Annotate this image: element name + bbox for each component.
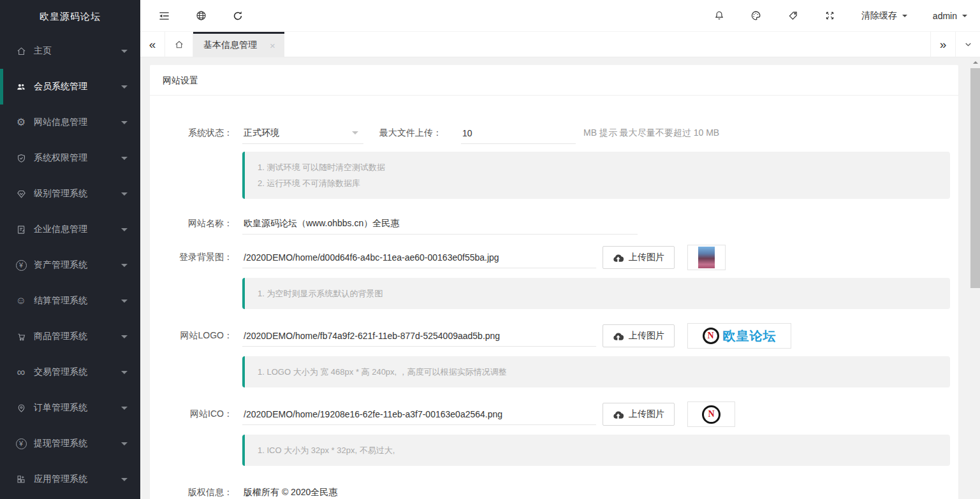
site-logo-label: 网站LOGO： [150,330,233,342]
login-bg-input[interactable] [242,247,596,268]
fullscreen-button[interactable] [812,0,849,32]
vertical-scrollbar[interactable] [970,57,980,499]
content-area: 网站设置 系统状态： 正式环境 最大文件上传： MB 提示 最大尽量不要超过 1… [140,57,980,499]
chevron-down-icon [121,335,128,342]
collapse-sidebar-button[interactable] [145,0,182,32]
chevron-down-icon [352,131,358,138]
sidebar-item-label: 结算管理系统 [34,295,87,307]
site-ico-note: 1. ICO 大小为 32px * 32px, 不易过大, [242,435,950,466]
sidebar-item-withdraw[interactable]: ¥ 提现管理系统 [0,426,140,461]
goods-icon [14,330,28,343]
users-icon [14,80,28,93]
report-icon [14,223,28,236]
topbar: 清除缓存 admin [140,0,980,32]
max-upload-hint: MB 提示 最大尽量不要超过 10 MB [583,127,719,139]
sidebar-item-label: 系统权限管理 [34,152,87,164]
chevron-down-icon [963,40,973,49]
location-icon [14,401,28,414]
close-icon[interactable]: × [270,40,275,51]
infinity-icon: ∞ [14,366,28,379]
scrollbar-thumb[interactable] [970,68,980,288]
double-chevron-right-icon: » [940,38,947,52]
site-name-input[interactable] [242,213,638,235]
app-logo-title: 欧皇源码论坛 [0,0,140,33]
site-logo-upload-button[interactable]: 上传图片 [603,324,675,347]
tab-basic-info[interactable]: 基本信息管理 × [193,32,284,57]
tabs-scroll-right-button[interactable]: » [930,32,955,57]
tag-button[interactable] [775,0,812,32]
refresh-button[interactable] [219,0,256,32]
chevron-down-icon [121,50,128,56]
diamond-icon [14,187,28,200]
tabs-scroll-left-button[interactable]: « [140,32,165,57]
env-note-line1: 1. 测试环境 可以随时清空测试数据 [258,159,937,175]
topbar-right: 清除缓存 admin [701,0,980,32]
sidebar-item-members[interactable]: 会员系统管理 [0,69,140,105]
copyright-input[interactable] [242,482,638,499]
chevron-down-icon [121,192,128,199]
site-settings-card: 网站设置 系统状态： 正式环境 最大文件上传： MB 提示 最大尽量不要超过 1… [150,65,958,499]
row-login-bg: 登录背景图： 上传图片 [150,245,958,270]
tabs-menu-button[interactable] [955,32,980,57]
max-upload-input[interactable] [461,122,576,144]
logo-preview-text: 欧皇论坛 [723,328,777,345]
main-column: 清除缓存 admin « 基本信息管理 × » [140,0,980,499]
login-bg-label: 登录背景图： [150,252,233,263]
tag-icon [787,10,799,22]
sidebar-item-orders[interactable]: 订单管理系统 [0,390,140,426]
language-button[interactable] [182,0,219,32]
sidebar-nav: 主页 会员系统管理 ⚙ 网站信息管理 系统权限管理 级别管 [0,33,140,497]
chevron-down-icon [121,300,128,306]
sidebar-item-goods[interactable]: 商品管理系统 [0,319,140,354]
system-status-label: 系统状态： [150,127,233,139]
bell-icon [713,10,725,22]
sidebar-item-levels[interactable]: 级别管理系统 [0,176,140,212]
home-icon [174,40,184,50]
sidebar: 欧皇源码论坛 主页 会员系统管理 ⚙ 网站信息管理 系统权限管理 [0,0,140,499]
sidebar-item-enterprise[interactable]: 企业信息管理 [0,212,140,247]
site-logo-preview[interactable]: N 欧皇论坛 [687,323,791,349]
chevron-down-icon [121,228,128,235]
sidebar-item-assets[interactable]: ¥ 资产管理系统 [0,247,140,283]
system-status-value: 正式环境 [244,127,279,139]
sidebar-item-permissions[interactable]: 系统权限管理 [0,140,140,176]
ico-mark-icon: N [702,405,720,424]
clear-cache-dropdown[interactable]: 清除缓存 [849,0,920,32]
site-ico-label: 网站ICO： [150,409,233,420]
site-ico-upload-button[interactable]: 上传图片 [603,403,675,426]
site-logo-input[interactable] [242,325,596,347]
notifications-button[interactable] [701,0,738,32]
card-title: 网站设置 [150,65,958,96]
scrollbar-up-arrow[interactable] [970,57,980,68]
theme-button[interactable] [738,0,775,32]
chevron-down-icon [962,15,967,20]
sidebar-item-label: 网站信息管理 [34,117,87,128]
max-upload-label: 最大文件上传： [379,127,442,139]
sidebar-item-site-info[interactable]: ⚙ 网站信息管理 [0,105,140,140]
sidebar-item-settlement[interactable]: ☺ 结算管理系统 [0,283,140,319]
sidebar-item-label: 主页 [34,45,52,57]
login-bg-preview[interactable] [687,245,726,270]
login-bg-thumbnail [698,247,715,268]
chevron-down-icon [121,157,128,163]
tab-home[interactable] [165,32,193,57]
chevron-down-icon [121,264,128,270]
site-ico-preview[interactable]: N [687,401,735,427]
sidebar-item-label: 资产管理系统 [34,259,87,271]
login-bg-upload-button[interactable]: 上传图片 [603,246,675,269]
sidebar-item-home[interactable]: 主页 [0,33,140,69]
username-label: admin [933,11,957,21]
sidebar-item-trade[interactable]: ∞ 交易管理系统 [0,354,140,390]
user-dropdown[interactable]: admin [920,0,980,32]
sidebar-item-apps[interactable]: 应用管理系统 [0,461,140,497]
chevron-down-icon [121,85,128,92]
site-ico-input[interactable] [242,403,596,425]
site-settings-form: 系统状态： 正式环境 最大文件上传： MB 提示 最大尽量不要超过 10 MB … [150,96,958,499]
logo-mark-icon: N [703,328,719,344]
sidebar-item-label: 商品管理系统 [34,331,87,342]
row-site-logo: 网站LOGO： 上传图片 N 欧皇论坛 [150,323,958,349]
system-status-select[interactable]: 正式环境 [242,122,363,144]
row-copyright: 版权信息： [150,482,958,499]
apps-icon [14,473,28,486]
chevron-down-icon [902,15,907,20]
